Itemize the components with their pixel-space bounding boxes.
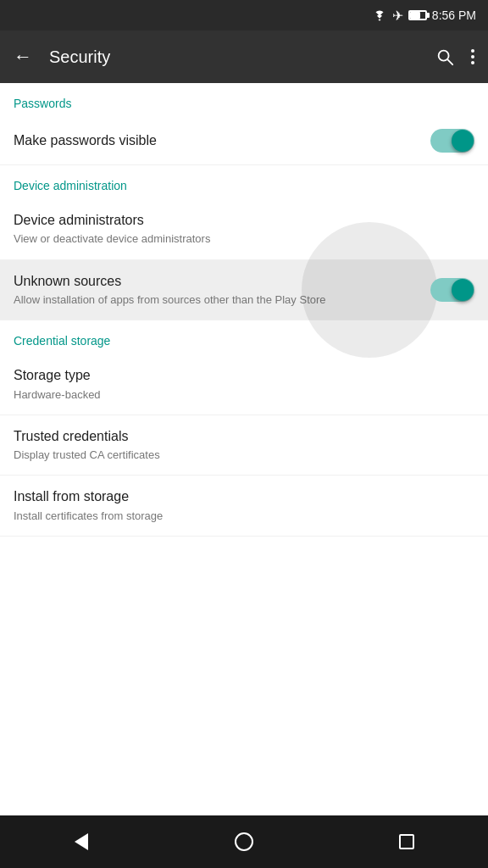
svg-line-1 — [447, 59, 452, 64]
home-nav-button[interactable] — [219, 816, 269, 867]
status-time: 8:56 PM — [432, 8, 476, 22]
battery-icon — [408, 10, 427, 20]
home-nav-icon — [235, 832, 253, 851]
trusted-credentials-subtitle: Display trusted CA certificates — [14, 448, 474, 463]
unknown-sources-title: Unknown sources — [14, 272, 430, 291]
back-nav-icon — [75, 833, 88, 850]
nav-bar — [0, 815, 488, 868]
passwords-section: Passwords Make passwords visible — [0, 83, 488, 165]
back-nav-button[interactable] — [56, 816, 107, 867]
storage-type-title: Storage type — [14, 366, 474, 385]
trusted-credentials-title: Trusted credentials — [14, 427, 474, 446]
install-from-storage-item[interactable]: Install from storage Install certificate… — [0, 476, 488, 537]
status-bar: ✈ 8:56 PM — [0, 0, 488, 31]
storage-type-subtitle: Hardware-backed — [14, 387, 474, 403]
unknown-sources-item[interactable]: Unknown sources Allow installation of ap… — [0, 260, 488, 321]
more-options-icon[interactable] — [471, 49, 474, 64]
trusted-credentials-item[interactable]: Trusted credentials Display trusted CA c… — [0, 415, 488, 476]
device-administrators-subtitle: View or deactivate device administrators — [14, 231, 474, 247]
app-bar-actions — [435, 47, 474, 66]
wifi-icon — [372, 9, 387, 21]
make-passwords-visible-item[interactable]: Make passwords visible — [0, 117, 488, 165]
install-from-storage-title: Install from storage — [14, 487, 474, 506]
page-title: Security — [49, 47, 435, 67]
airplane-icon: ✈ — [392, 8, 403, 24]
device-administrators-title: Device administrators — [14, 211, 474, 230]
device-administration-section: Device administration Device administrat… — [0, 165, 488, 320]
credential-storage-section: Credential storage Storage type Hardware… — [0, 320, 488, 537]
make-passwords-visible-toggle[interactable] — [430, 129, 474, 153]
storage-type-item[interactable]: Storage type Hardware-backed — [0, 354, 488, 415]
passwords-section-header: Passwords — [0, 83, 488, 117]
unknown-sources-subtitle: Allow installation of apps from sources … — [14, 292, 430, 308]
install-from-storage-subtitle: Install certificates from storage — [14, 509, 474, 524]
make-passwords-visible-title: Make passwords visible — [14, 131, 430, 150]
credential-storage-section-header: Credential storage — [0, 320, 488, 354]
device-administrators-item[interactable]: Device administrators View or deactivate… — [0, 199, 488, 260]
app-bar: ← Security — [0, 31, 488, 83]
device-administration-section-header: Device administration — [0, 165, 488, 199]
status-icons: ✈ 8:56 PM — [372, 8, 476, 24]
settings-content: Passwords Make passwords visible Device … — [0, 83, 488, 815]
unknown-sources-toggle[interactable] — [430, 278, 474, 302]
recent-nav-icon — [399, 834, 414, 849]
back-button[interactable]: ← — [14, 46, 32, 68]
search-icon[interactable] — [435, 47, 454, 66]
recent-nav-button[interactable] — [381, 816, 432, 867]
